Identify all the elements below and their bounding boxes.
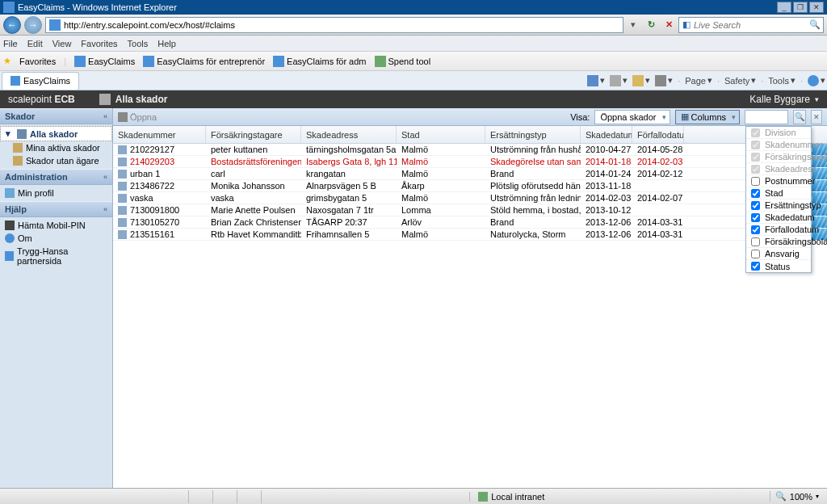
mail-button[interactable]: ▾ [632,75,650,86]
search-input[interactable] [694,20,806,30]
feeds-button[interactable]: ▾ [610,75,628,86]
back-button[interactable]: ← [3,16,21,34]
tree-toggle-icon[interactable]: ▾ [6,128,14,139]
safety-menu[interactable]: Safety ▾ [724,75,756,86]
sidebar-item-alla-skador[interactable]: ▾Alla skador [0,126,112,141]
grid-clear-button[interactable]: ✕ [811,110,822,124]
columns-menu-item[interactable]: Skadedatum [746,212,811,224]
sidebar-item-min-profil[interactable]: Min profil [0,187,112,200]
sidebar-item-mina-aktiva[interactable]: Mina aktiva skador [0,141,112,154]
sidebar-item-partnersida[interactable]: Trygg-Hansa partnersida [0,245,112,267]
column-checkbox[interactable] [751,141,760,149]
col-skadenummer[interactable]: Skadenummer [113,126,206,143]
menu-help[interactable]: Help [157,39,176,48]
tools-menu[interactable]: Tools ▾ [768,75,796,86]
browser-search[interactable]: ◧ 🔍 [678,17,824,33]
col-forsakringstagare[interactable]: Försäkringstagare [206,126,301,143]
fav-adm[interactable]: EasyClaims för adm [273,56,366,67]
fav-entreprenor[interactable]: EasyClaims för entreprenör [143,56,265,67]
columns-menu-item[interactable]: Skadenummer [746,139,811,151]
columns-menu-item[interactable]: Försäkringsbolag [746,236,811,248]
zoom-control[interactable]: 🔍 100% ▾ [770,491,824,502]
sidebar-item-mobil-pin[interactable]: Hämta Mobil-PIN [0,219,112,232]
columns-menu-item[interactable]: Ersättningstyp [746,200,811,212]
columns-button[interactable]: ▦ Columns [675,110,740,124]
grid-search-button[interactable]: 🔍 [793,110,806,124]
table-row[interactable]: vaskavaskagrimsbygatan 5MalmöUtströmning… [113,192,827,204]
menu-view[interactable]: View [52,39,72,48]
columns-menu-item[interactable]: Stad [746,187,811,200]
url-input[interactable] [64,20,619,30]
column-checkbox[interactable] [751,262,760,271]
favorites-star-icon[interactable]: ★ [3,56,11,66]
col-skadedatum[interactable]: Skadedatum [581,126,632,143]
forward-button[interactable]: → [24,16,42,34]
table-row[interactable]: 214029203Bostadsrättsföreningen SkrovetI… [113,156,827,168]
column-checkbox[interactable] [751,225,760,234]
table-row[interactable]: 210229127peter kuttanentärningsholmsgata… [113,144,827,156]
close-button[interactable]: ✕ [809,2,824,13]
menu-favorites[interactable]: Favorites [81,39,117,48]
sidebar-item-om[interactable]: Om [0,232,112,245]
table-row[interactable]: 7130105270Brian Zack ChristensenTÅGARP 2… [113,216,827,229]
columns-menu-item[interactable]: Status [746,260,811,272]
column-checkbox[interactable] [751,128,760,137]
url-dropdown[interactable]: ▾ [627,19,640,30]
table-row[interactable]: 7130091800Marie Anette PoulsenNaxosgatan… [113,204,827,216]
menu-edit[interactable]: Edit [27,39,43,48]
column-checkbox[interactable] [751,153,760,162]
column-checkbox[interactable] [751,177,760,186]
minimize-button[interactable]: _ [777,2,791,13]
column-label: Försäkringsbolag [765,237,827,246]
grid-search-input[interactable] [745,110,788,124]
table-row[interactable]: 213486722Monika JohanssonAlnarpsvägen 5 … [113,180,827,192]
print-button[interactable]: ▾ [655,75,673,86]
columns-menu-item[interactable]: Försäkringstagare [746,151,811,163]
column-label: Skadedatum [765,212,815,222]
claim-icon [118,145,127,154]
address-bar[interactable] [45,17,623,33]
fav-spend[interactable]: Spend tool [375,56,431,67]
table-row[interactable]: urban 1carlkrangatanMalmöBrand2014-01-24… [113,168,827,180]
col-forfallodatum[interactable]: Förfallodatum [632,126,684,143]
column-checkbox[interactable] [751,189,760,198]
fav-easyclaims[interactable]: EasyClaims [74,56,135,67]
user-menu[interactable]: Kalle Byggare▾ [749,94,819,105]
column-checkbox[interactable] [751,237,760,246]
collapse-icon[interactable]: « [103,205,107,213]
sidebar-header-help[interactable]: Hjälp« [0,201,112,217]
restore-button[interactable]: ❐ [793,2,808,13]
menu-tools[interactable]: Tools [128,39,149,48]
security-zone[interactable]: Local intranet [469,492,552,502]
table-row[interactable]: 213515161Rtb Havet KommanditbolagFrihamn… [113,229,827,241]
search-go-icon[interactable]: 🔍 [809,19,821,30]
column-checkbox[interactable] [751,201,760,210]
column-checkbox[interactable] [751,250,760,258]
col-ersattningstyp[interactable]: Ersättningstyp [485,126,581,143]
refresh-button[interactable]: ↻ [643,17,659,33]
tab-favicon [10,76,20,86]
col-skadeadress[interactable]: Skadeadress [301,126,397,143]
columns-menu-item[interactable]: Ansvarig [746,248,811,260]
sidebar-item-utan-agare[interactable]: Skador utan ägare [0,154,112,167]
stop-button[interactable]: ✕ [662,19,675,30]
menu-file[interactable]: File [3,39,18,48]
filter-combo[interactable]: Öppna skador [594,110,670,124]
columns-menu-item[interactable]: Skadeadress [746,163,811,175]
sidebar-header-skador[interactable]: Skador« [0,108,112,124]
home-button[interactable]: ▾ [587,75,605,86]
collapse-icon[interactable]: « [103,173,107,181]
browser-tab[interactable]: EasyClaims [2,72,79,90]
collapse-icon[interactable]: « [103,112,107,120]
help-button[interactable]: ▾ [808,75,825,86]
column-checkbox[interactable] [751,165,760,174]
columns-menu-item[interactable]: Division [746,127,811,139]
col-stad[interactable]: Stad [397,126,485,143]
page-menu[interactable]: Page ▾ [685,75,712,86]
folder-icon [17,129,27,139]
sidebar-header-admin[interactable]: Administration« [0,169,112,185]
columns-menu-item[interactable]: Postnummer [746,175,811,187]
open-button[interactable]: Öppna [118,112,157,122]
column-checkbox[interactable] [751,213,760,222]
columns-menu-item[interactable]: Förfallodatum [746,224,811,236]
